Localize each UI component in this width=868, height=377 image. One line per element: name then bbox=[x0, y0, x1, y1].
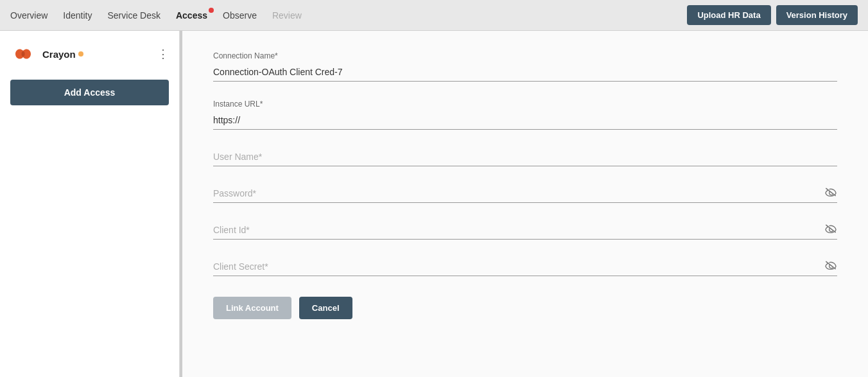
crayon-logo-icon bbox=[10, 41, 36, 67]
connection-name-label: Connection Name* bbox=[213, 51, 837, 60]
nav-actions: Upload HR Data Version History bbox=[687, 5, 858, 25]
client-secret-toggle-icon[interactable] bbox=[819, 260, 837, 273]
password-input-wrap bbox=[213, 184, 837, 203]
instance-url-input[interactable] bbox=[213, 111, 837, 129]
instance-url-input-wrap bbox=[213, 111, 837, 130]
password-toggle-icon[interactable] bbox=[819, 187, 837, 200]
logo-name-wrap: Crayon bbox=[42, 49, 151, 60]
client-id-input-wrap bbox=[213, 221, 837, 240]
client-secret-input[interactable] bbox=[213, 258, 819, 276]
main-content: Connection Name* Instance URL* bbox=[182, 31, 868, 377]
user-name-group bbox=[213, 148, 837, 166]
connection-name-group: Connection Name* bbox=[213, 51, 837, 82]
tab-access[interactable]: Access bbox=[176, 8, 207, 23]
connection-name-input-wrap bbox=[213, 63, 837, 82]
tab-observe[interactable]: Observe bbox=[223, 8, 257, 23]
logo-name: Crayon bbox=[42, 49, 76, 60]
svg-point-0 bbox=[22, 51, 25, 57]
password-group bbox=[213, 184, 837, 203]
sidebar: Crayon ⋮ Add Access bbox=[0, 31, 180, 377]
form-actions: Link Account Cancel bbox=[213, 297, 837, 319]
top-nav: Overview Identity Service Desk Access Ob… bbox=[0, 0, 868, 31]
access-badge bbox=[209, 8, 214, 13]
tab-service-desk[interactable]: Service Desk bbox=[108, 8, 161, 23]
connection-name-input[interactable] bbox=[213, 63, 837, 81]
password-input[interactable] bbox=[213, 184, 819, 202]
more-options-icon[interactable]: ⋮ bbox=[157, 47, 169, 61]
tab-overview[interactable]: Overview bbox=[10, 8, 48, 23]
cancel-button[interactable]: Cancel bbox=[299, 297, 352, 319]
user-name-input[interactable] bbox=[213, 148, 837, 166]
tab-identity[interactable]: Identity bbox=[63, 8, 92, 23]
link-account-button[interactable]: Link Account bbox=[213, 297, 291, 319]
client-id-input[interactable] bbox=[213, 221, 819, 239]
user-name-input-wrap bbox=[213, 148, 837, 166]
main-layout: Crayon ⋮ Add Access Connection Name* Ins… bbox=[0, 31, 868, 377]
sidebar-header: Crayon ⋮ bbox=[10, 41, 169, 67]
upload-hr-data-button[interactable]: Upload HR Data bbox=[687, 5, 770, 25]
client-secret-group bbox=[213, 258, 837, 276]
instance-url-label: Instance URL* bbox=[213, 100, 837, 109]
instance-url-group: Instance URL* bbox=[213, 100, 837, 130]
add-access-button[interactable]: Add Access bbox=[10, 80, 169, 105]
nav-tabs: Overview Identity Service Desk Access Ob… bbox=[10, 8, 687, 23]
client-id-group bbox=[213, 221, 837, 240]
client-id-toggle-icon[interactable] bbox=[819, 224, 837, 236]
client-secret-input-wrap bbox=[213, 258, 837, 276]
version-history-button[interactable]: Version History bbox=[776, 5, 858, 25]
logo-notification-badge bbox=[78, 51, 83, 57]
tab-review: Review bbox=[272, 8, 302, 23]
